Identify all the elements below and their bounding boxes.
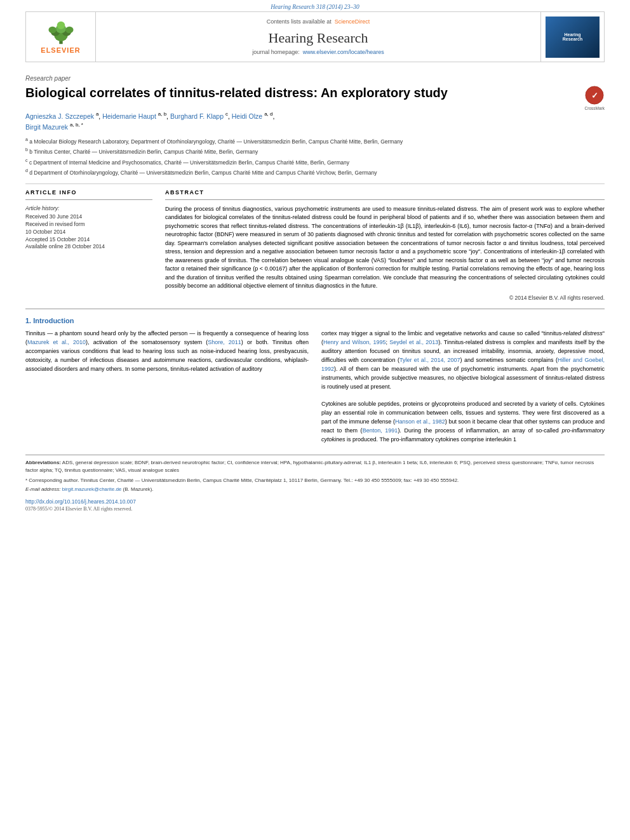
introduction-section: 1. Introduction Tinnitus — a phantom sou… — [25, 317, 605, 444]
svg-text:✓: ✓ — [591, 91, 598, 100]
elsevier-logo-section: ELSEVIER — [26, 12, 96, 62]
sciencedirect-line: Contents lists available at ScienceDirec… — [267, 18, 370, 25]
abbreviations-note: Abbreviations: ADS, general depression s… — [25, 459, 605, 474]
affiliation-c: c c Department of Internal Medicine and … — [25, 157, 605, 167]
ref-hiller: Hiller and Goebel, 1992 — [321, 357, 605, 372]
footer-doi: http://dx.doi.org/10.1016/j.heares.2014.… — [25, 498, 605, 505]
author-olze: Heidi Olze — [232, 112, 262, 120]
section-divider — [25, 309, 605, 309]
sciencedirect-prefix: Contents lists available at — [267, 18, 332, 25]
author-klapp: Burghard F. Klapp — [170, 112, 224, 120]
ref-henry-wilson: Henry and Wilson, 1995 — [323, 339, 385, 345]
elsevier-wordmark: ELSEVIER — [41, 46, 80, 54]
affiliation-a: a a Molecular Biology Research Laborator… — [25, 137, 605, 146]
journal-reference-bar: Hearing Research 318 (2014) 23–30 — [0, 0, 630, 11]
intro-body: Tinnitus — a phantom sound heard only by… — [25, 330, 605, 444]
abstract-column: ABSTRACT During the process of tinnitus … — [165, 189, 605, 301]
ref-benton: Benton, 1991 — [363, 427, 398, 434]
journal-thumbnail: HearingResearch — [546, 17, 600, 58]
affiliations: a a Molecular Biology Research Laborator… — [25, 137, 605, 177]
journal-title: Hearing Research — [269, 30, 368, 46]
intro-text-col2: cortex may trigger a signal to the limbi… — [321, 330, 605, 444]
received-revised-label: Received in revised form — [25, 221, 152, 229]
authors-line: Agnieszka J. Szczepek a, Heidemarie Haup… — [25, 110, 605, 133]
affiliation-d: d d Department of Otorhinolaryngology, C… — [25, 168, 605, 177]
accepted-date: Accepted 15 October 2014 — [25, 236, 152, 244]
journal-ref-text: Hearing Research 318 (2014) 23–30 — [271, 4, 359, 10]
doi-link[interactable]: http://dx.doi.org/10.1016/j.heares.2014.… — [25, 498, 136, 505]
intro-heading: 1. Introduction — [25, 317, 605, 324]
article-category: Research paper — [25, 75, 605, 82]
copyright-line: © 2014 Elsevier B.V. All rights reserved… — [165, 295, 605, 301]
thumb-title: HearingResearch — [563, 32, 583, 41]
elsevier-logo: ELSEVIER — [41, 20, 80, 54]
article-info-column: ARTICLE INFO Article history: Received 3… — [25, 189, 152, 301]
journal-header: ELSEVIER Contents lists available at Sci… — [25, 11, 605, 62]
email-note: E-mail address: birgit.mazurek@charite.d… — [25, 486, 605, 493]
ref-tyler: Tyler et al., 2014, 2007 — [399, 357, 460, 363]
author-szczepek: Agnieszka J. Szczepek — [25, 112, 94, 120]
sciencedirect-link[interactable]: ScienceDirect — [335, 18, 370, 25]
homepage-url[interactable]: www.elsevier.com/locate/heares — [303, 49, 384, 55]
article-info-abstract: ARTICLE INFO Article history: Received 3… — [25, 189, 605, 301]
abstract-heading: ABSTRACT — [165, 189, 605, 196]
intro-col1: Tinnitus — a phantom sound heard only by… — [25, 330, 309, 444]
intro-text-col1: Tinnitus — a phantom sound heard only by… — [25, 330, 309, 374]
header-divider — [25, 183, 605, 184]
svg-point-5 — [48, 27, 56, 34]
journal-title-section: Contents lists available at ScienceDirec… — [96, 12, 540, 62]
email-address[interactable]: birgit.mazurek@charite.de — [62, 486, 122, 492]
homepage-label: journal homepage: — [252, 49, 300, 55]
received-date: Received 30 June 2014 — [25, 213, 152, 221]
svg-point-7 — [57, 22, 64, 29]
footnote-area: Abbreviations: ADS, general depression s… — [25, 455, 605, 493]
crossmark-section: ✓ CrossMark — [585, 86, 605, 110]
available-online: Available online 28 October 2014 — [25, 243, 152, 251]
journal-homepage-line: journal homepage: www.elsevier.com/locat… — [252, 49, 384, 55]
article-info-heading: ARTICLE INFO — [25, 189, 152, 196]
page: Hearing Research 318 (2014) 23–30 ELS — [0, 0, 630, 840]
history-label: Article history: — [25, 205, 152, 211]
intro-col2: cortex may trigger a signal to the limbi… — [321, 330, 605, 444]
article-title: Biological correlates of tinnitus-relate… — [25, 84, 579, 101]
author-haupt: Heidemarie Haupt — [102, 112, 156, 120]
abstract-divider — [165, 199, 605, 200]
revised-date: 10 October 2014 — [25, 229, 152, 236]
author-mazurek: Birgit Mazurek — [25, 123, 68, 131]
ref-hanson: Hanson et al., 1982 — [395, 418, 445, 425]
corresponding-note: * Corresponding author. Tinnitus Center,… — [25, 477, 605, 484]
ref-shore: Shore, 2011 — [208, 339, 241, 345]
ref-seydel: Seydel et al., 2013 — [389, 339, 438, 345]
main-content: Research paper Biological correlates of … — [0, 62, 630, 518]
abstract-text: During the process of tinnitus diagnosti… — [165, 205, 605, 291]
svg-point-6 — [65, 27, 73, 34]
article-info-divider — [25, 199, 152, 200]
affiliation-b: b b Tinnitus Center, Charité — Universit… — [25, 147, 605, 156]
elsevier-tree-icon — [42, 20, 80, 45]
crossmark-icon: ✓ — [585, 86, 604, 105]
journal-thumbnail-section: HearingResearch — [540, 12, 604, 62]
footer-copyright: 0378-5955/© 2014 Elsevier B.V. All right… — [25, 506, 605, 512]
ref-mazurek: Mazurek et al., 2010 — [27, 339, 86, 345]
